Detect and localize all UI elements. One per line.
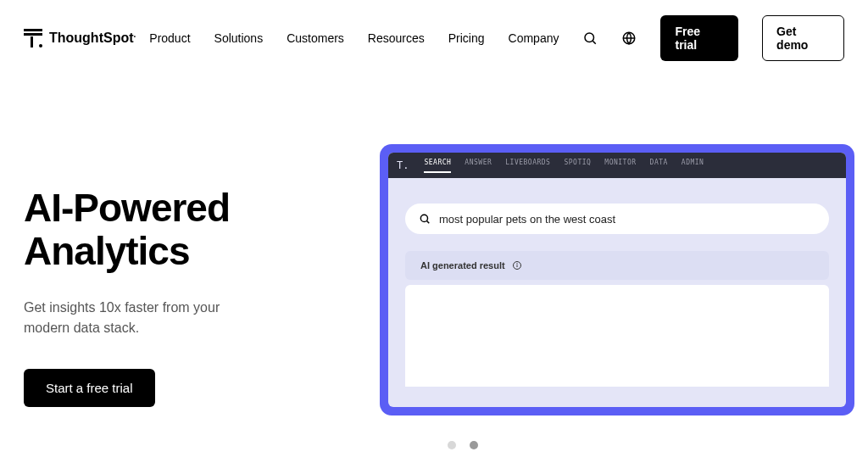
nav-product[interactable]: Product xyxy=(149,31,190,45)
embedded-app-window: T. SEARCH ANSWER LIVEBOARDS SPOTIQ MONIT… xyxy=(388,153,846,407)
tab-spotiq[interactable]: SPOTIQ xyxy=(564,159,591,173)
carousel-dot-2[interactable] xyxy=(470,441,478,449)
carousel-dot-1[interactable] xyxy=(448,441,456,449)
brand-name: ThoughtSpot xyxy=(49,30,136,46)
hero-title-line1: AI-Powered xyxy=(24,186,230,230)
result-label: AI generated result xyxy=(420,260,505,270)
embedded-app-body: most popular pets on the west coast AI g… xyxy=(388,178,846,395)
nav-resources[interactable]: Resources xyxy=(368,31,425,45)
svg-line-1 xyxy=(593,41,596,43)
embedded-search-bar[interactable]: most popular pets on the west coast xyxy=(405,204,829,234)
nav-customers[interactable]: Customers xyxy=(287,31,344,45)
result-body xyxy=(405,285,829,387)
site-header: ThoughtSpot Product Solutions Customers … xyxy=(0,0,868,76)
logo-mark-icon xyxy=(24,29,42,47)
tab-monitor[interactable]: MONITOR xyxy=(604,159,636,173)
hero-title-line2: Analytics xyxy=(24,229,190,273)
tab-liveboards[interactable]: LIVEBOARDS xyxy=(505,159,550,173)
svg-line-5 xyxy=(427,221,430,224)
hero-title: AI-Powered Analytics xyxy=(24,187,346,272)
start-free-trial-button[interactable]: Start a free trial xyxy=(24,369,155,407)
hero-copy: AI-Powered Analytics Get insights 10x fa… xyxy=(24,144,346,407)
nav-solutions[interactable]: Solutions xyxy=(214,31,264,45)
main-nav: Product Solutions Customers Resources Pr… xyxy=(149,15,844,61)
globe-icon[interactable] xyxy=(621,31,637,46)
hero-section: AI-Powered Analytics Get insights 10x fa… xyxy=(0,76,868,449)
embedded-app-tabs: SEARCH ANSWER LIVEBOARDS SPOTIQ MONITOR … xyxy=(424,159,704,173)
brand-logo[interactable]: ThoughtSpot xyxy=(24,29,136,47)
search-icon xyxy=(419,213,431,225)
carousel-dots xyxy=(58,441,868,449)
embedded-search-query: most popular pets on the west coast xyxy=(439,213,615,226)
tab-data[interactable]: DATA xyxy=(650,159,668,173)
svg-point-0 xyxy=(585,33,594,42)
result-container: AI generated result xyxy=(405,251,829,387)
hero-illustration: T. SEARCH ANSWER LIVEBOARDS SPOTIQ MONIT… xyxy=(380,144,868,449)
hero-subtitle: Get insights 10x faster from your modern… xyxy=(24,298,261,338)
result-header: AI generated result xyxy=(405,251,829,280)
embedded-app-logo-icon: T. xyxy=(397,159,409,171)
svg-point-8 xyxy=(516,264,517,265)
tab-admin[interactable]: ADMIN xyxy=(682,159,704,173)
embedded-app-topbar: T. SEARCH ANSWER LIVEBOARDS SPOTIQ MONIT… xyxy=(388,153,846,178)
svg-point-4 xyxy=(420,215,427,221)
free-trial-button[interactable]: Free trial xyxy=(660,15,738,61)
nav-company[interactable]: Company xyxy=(509,31,559,45)
info-icon xyxy=(512,260,522,270)
embedded-app-frame: T. SEARCH ANSWER LIVEBOARDS SPOTIQ MONIT… xyxy=(380,144,854,415)
get-demo-button[interactable]: Get demo xyxy=(762,15,844,61)
nav-pricing[interactable]: Pricing xyxy=(448,31,485,45)
tab-search[interactable]: SEARCH xyxy=(424,159,451,173)
tab-answer[interactable]: ANSWER xyxy=(465,159,492,173)
search-icon[interactable] xyxy=(582,31,598,46)
